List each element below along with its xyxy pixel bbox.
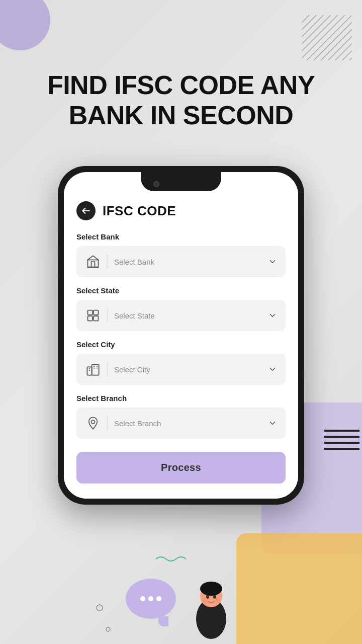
main-title: FIND IFSC CODE ANY BANK IN SECOND bbox=[20, 70, 342, 131]
state-placeholder: Select State bbox=[114, 311, 261, 320]
svg-point-29 bbox=[106, 627, 110, 631]
deco-small-circle-1 bbox=[96, 604, 104, 614]
svg-point-24 bbox=[206, 595, 209, 599]
svg-rect-1 bbox=[302, 15, 352, 60]
branch-icon bbox=[84, 415, 102, 432]
svg-point-20 bbox=[92, 420, 95, 424]
svg-point-23 bbox=[200, 582, 222, 596]
bubble-dot-2 bbox=[148, 596, 153, 601]
process-button[interactable]: Process bbox=[76, 452, 286, 484]
bubble-dot-1 bbox=[140, 596, 145, 601]
phone-content: IFSC CODE Select Bank bbox=[64, 191, 298, 499]
phone-notch bbox=[141, 172, 221, 191]
svg-point-27 bbox=[215, 598, 220, 603]
state-icon bbox=[84, 307, 102, 324]
bank-section: Select Bank Select Bank bbox=[76, 232, 286, 277]
character-illustration bbox=[186, 569, 236, 639]
divider bbox=[108, 255, 108, 269]
bank-label: Select Bank bbox=[76, 232, 286, 241]
title-area: FIND IFSC CODE ANY BANK IN SECOND bbox=[0, 70, 362, 131]
svg-rect-12 bbox=[87, 367, 92, 375]
deco-hatch-top-right bbox=[302, 15, 352, 60]
bubble-dots bbox=[140, 596, 161, 601]
bank-icon bbox=[84, 253, 102, 270]
app-header: IFSC CODE bbox=[76, 201, 286, 220]
branch-label: Select Branch bbox=[76, 394, 286, 403]
state-arrow-icon bbox=[267, 310, 278, 320]
bank-placeholder: Select Bank bbox=[114, 258, 261, 266]
branch-section: Select Branch Select Branch bbox=[76, 394, 286, 439]
back-button[interactable] bbox=[76, 201, 96, 220]
bank-arrow-icon bbox=[267, 257, 278, 267]
phone-outer: IFSC CODE Select Bank bbox=[58, 166, 304, 505]
divider bbox=[108, 416, 108, 430]
phone-mockup: IFSC CODE Select Bank bbox=[58, 166, 304, 505]
city-icon bbox=[84, 361, 102, 378]
city-dropdown[interactable]: Select City bbox=[76, 354, 286, 385]
bottom-illustration bbox=[0, 543, 362, 644]
svg-point-25 bbox=[213, 595, 216, 599]
deco-squiggle bbox=[156, 554, 186, 566]
city-label: Select City bbox=[76, 340, 286, 349]
svg-point-28 bbox=[97, 605, 103, 611]
back-icon bbox=[81, 206, 91, 216]
state-section: Select State Select State bbox=[76, 286, 286, 331]
svg-rect-9 bbox=[94, 310, 98, 315]
bank-dropdown[interactable]: Select Bank bbox=[76, 246, 286, 277]
divider bbox=[108, 308, 108, 323]
city-arrow-icon bbox=[267, 364, 278, 374]
state-label: Select State bbox=[76, 286, 286, 295]
app-title: IFSC CODE bbox=[103, 203, 176, 219]
city-section: Select City bbox=[76, 340, 286, 385]
branch-dropdown[interactable]: Select Branch bbox=[76, 408, 286, 439]
state-dropdown[interactable]: Select State bbox=[76, 300, 286, 331]
city-placeholder: Select City bbox=[114, 365, 261, 374]
deco-small-circle-2 bbox=[106, 625, 111, 634]
bubble-dot-3 bbox=[156, 596, 161, 601]
svg-rect-11 bbox=[94, 316, 98, 320]
speech-bubble bbox=[126, 579, 176, 619]
svg-rect-13 bbox=[92, 365, 99, 375]
divider bbox=[108, 362, 108, 376]
phone-inner: IFSC CODE Select Bank bbox=[64, 172, 298, 499]
deco-hatch-mid-right bbox=[324, 426, 359, 453]
svg-rect-10 bbox=[88, 316, 93, 320]
svg-point-26 bbox=[203, 598, 208, 603]
notch-camera bbox=[153, 181, 159, 187]
speech-bubble-area bbox=[126, 579, 176, 624]
branch-arrow-icon bbox=[267, 418, 278, 428]
branch-placeholder: Select Branch bbox=[114, 419, 261, 428]
svg-rect-8 bbox=[88, 310, 93, 315]
